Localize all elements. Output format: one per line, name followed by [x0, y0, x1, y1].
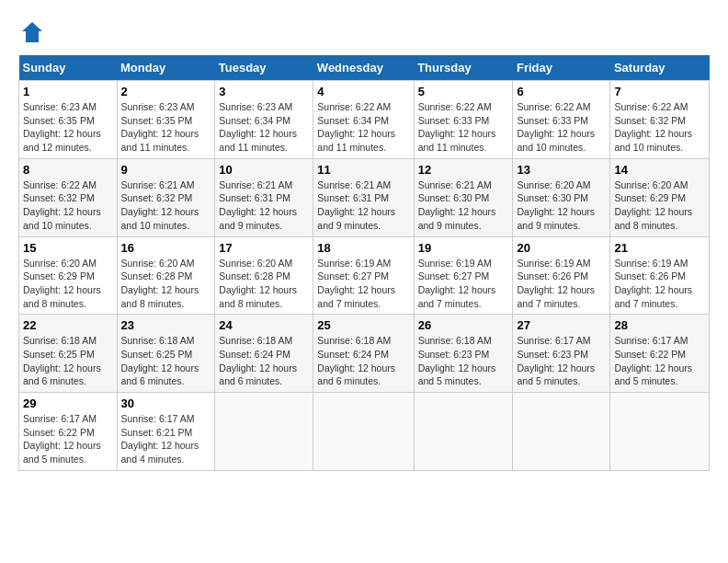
day-info: Sunrise: 6:21 AMSunset: 6:30 PMDaylight:…	[418, 179, 496, 231]
day-info: Sunrise: 6:20 AMSunset: 6:28 PMDaylight:…	[219, 258, 297, 309]
day-info: Sunrise: 6:18 AMSunset: 6:25 PMDaylight:…	[121, 335, 199, 386]
day-info: Sunrise: 6:21 AMSunset: 6:31 PMDaylight:…	[317, 179, 395, 231]
day-number: 3	[219, 85, 309, 98]
logo-icon	[18, 18, 46, 46]
day-number: 16	[121, 241, 211, 255]
day-info: Sunrise: 6:22 AMSunset: 6:33 PMDaylight:…	[517, 101, 595, 153]
calendar-week-3: 15 Sunrise: 6:20 AMSunset: 6:29 PMDaylig…	[19, 236, 710, 315]
calendar-cell: 22 Sunrise: 6:18 AMSunset: 6:25 PMDaylig…	[19, 315, 118, 393]
day-number: 27	[517, 318, 606, 332]
day-info: Sunrise: 6:18 AMSunset: 6:24 PMDaylight:…	[317, 335, 395, 386]
calendar-cell: 10 Sunrise: 6:21 AMSunset: 6:31 PMDaylig…	[215, 158, 313, 236]
calendar-cell: 29 Sunrise: 6:17 AMSunset: 6:22 PMDaylig…	[19, 393, 118, 471]
day-info: Sunrise: 6:22 AMSunset: 6:33 PMDaylight:…	[418, 101, 496, 153]
column-header-wednesday: Wednesday	[313, 55, 414, 81]
day-number: 29	[23, 396, 113, 410]
calendar-cell: 18 Sunrise: 6:19 AMSunset: 6:27 PMDaylig…	[313, 236, 414, 315]
calendar-cell: 20 Sunrise: 6:19 AMSunset: 6:26 PMDaylig…	[513, 236, 610, 315]
day-info: Sunrise: 6:18 AMSunset: 6:25 PMDaylight:…	[23, 335, 101, 386]
day-number: 11	[317, 163, 409, 177]
day-number: 18	[317, 241, 409, 255]
calendar-cell: 26 Sunrise: 6:18 AMSunset: 6:23 PMDaylig…	[414, 315, 513, 393]
day-info: Sunrise: 6:19 AMSunset: 6:26 PMDaylight:…	[614, 258, 692, 309]
calendar-cell: 16 Sunrise: 6:20 AMSunset: 6:28 PMDaylig…	[117, 236, 215, 315]
day-number: 28	[614, 318, 705, 332]
calendar-cell: 9 Sunrise: 6:21 AMSunset: 6:32 PMDayligh…	[117, 158, 215, 236]
calendar-cell: 27 Sunrise: 6:17 AMSunset: 6:23 PMDaylig…	[513, 315, 610, 393]
day-info: Sunrise: 6:20 AMSunset: 6:30 PMDaylight:…	[517, 179, 595, 231]
calendar-week-5: 29 Sunrise: 6:17 AMSunset: 6:22 PMDaylig…	[19, 393, 710, 471]
day-info: Sunrise: 6:20 AMSunset: 6:28 PMDaylight:…	[121, 258, 199, 309]
day-number: 19	[418, 241, 509, 255]
day-number: 6	[517, 85, 606, 98]
day-info: Sunrise: 6:20 AMSunset: 6:29 PMDaylight:…	[23, 258, 101, 309]
day-info: Sunrise: 6:22 AMSunset: 6:32 PMDaylight:…	[614, 101, 692, 153]
day-number: 21	[614, 241, 705, 255]
day-info: Sunrise: 6:19 AMSunset: 6:26 PMDaylight:…	[517, 258, 595, 309]
day-info: Sunrise: 6:22 AMSunset: 6:34 PMDaylight:…	[317, 101, 395, 153]
calendar-cell: 30 Sunrise: 6:17 AMSunset: 6:21 PMDaylig…	[117, 393, 215, 471]
svg-marker-0	[22, 22, 42, 42]
day-number: 7	[614, 85, 705, 98]
day-number: 10	[219, 163, 309, 177]
day-number: 26	[418, 318, 509, 332]
column-header-sunday: Sunday	[19, 55, 118, 81]
column-header-monday: Monday	[117, 55, 215, 81]
day-info: Sunrise: 6:22 AMSunset: 6:32 PMDaylight:…	[23, 179, 101, 231]
column-header-tuesday: Tuesday	[215, 55, 313, 81]
logo	[18, 18, 48, 46]
day-info: Sunrise: 6:17 AMSunset: 6:22 PMDaylight:…	[614, 335, 692, 386]
day-number: 15	[23, 241, 113, 255]
calendar-week-4: 22 Sunrise: 6:18 AMSunset: 6:25 PMDaylig…	[19, 315, 710, 393]
column-header-saturday: Saturday	[610, 55, 710, 81]
calendar-week-1: 1 Sunrise: 6:23 AMSunset: 6:35 PMDayligh…	[19, 81, 710, 159]
day-info: Sunrise: 6:17 AMSunset: 6:23 PMDaylight:…	[517, 335, 595, 386]
calendar-cell: 7 Sunrise: 6:22 AMSunset: 6:32 PMDayligh…	[610, 81, 710, 159]
day-number: 17	[219, 241, 309, 255]
calendar-cell	[513, 393, 610, 471]
day-info: Sunrise: 6:21 AMSunset: 6:31 PMDaylight:…	[219, 179, 297, 231]
calendar-cell: 28 Sunrise: 6:17 AMSunset: 6:22 PMDaylig…	[610, 315, 710, 393]
day-number: 5	[418, 85, 509, 98]
page-header	[18, 18, 710, 46]
day-info: Sunrise: 6:23 AMSunset: 6:35 PMDaylight:…	[23, 101, 101, 153]
calendar-cell: 5 Sunrise: 6:22 AMSunset: 6:33 PMDayligh…	[414, 81, 513, 159]
day-number: 20	[517, 241, 606, 255]
calendar-cell: 11 Sunrise: 6:21 AMSunset: 6:31 PMDaylig…	[313, 158, 414, 236]
calendar-cell: 24 Sunrise: 6:18 AMSunset: 6:24 PMDaylig…	[215, 315, 313, 393]
day-info: Sunrise: 6:23 AMSunset: 6:34 PMDaylight:…	[219, 101, 297, 153]
day-info: Sunrise: 6:19 AMSunset: 6:27 PMDaylight:…	[317, 258, 395, 309]
day-number: 23	[121, 318, 211, 332]
calendar-cell: 12 Sunrise: 6:21 AMSunset: 6:30 PMDaylig…	[414, 158, 513, 236]
calendar-cell: 2 Sunrise: 6:23 AMSunset: 6:35 PMDayligh…	[117, 81, 215, 159]
calendar-cell: 23 Sunrise: 6:18 AMSunset: 6:25 PMDaylig…	[117, 315, 215, 393]
calendar-week-2: 8 Sunrise: 6:22 AMSunset: 6:32 PMDayligh…	[19, 158, 710, 236]
day-number: 4	[317, 85, 409, 98]
calendar-cell: 3 Sunrise: 6:23 AMSunset: 6:34 PMDayligh…	[215, 81, 313, 159]
day-number: 12	[418, 163, 509, 177]
calendar-cell: 17 Sunrise: 6:20 AMSunset: 6:28 PMDaylig…	[215, 236, 313, 315]
day-number: 13	[517, 163, 606, 177]
day-info: Sunrise: 6:20 AMSunset: 6:29 PMDaylight:…	[614, 179, 692, 231]
day-number: 2	[121, 85, 211, 98]
calendar-cell: 1 Sunrise: 6:23 AMSunset: 6:35 PMDayligh…	[19, 81, 118, 159]
calendar-table: SundayMondayTuesdayWednesdayThursdayFrid…	[18, 55, 710, 471]
calendar-cell: 19 Sunrise: 6:19 AMSunset: 6:27 PMDaylig…	[414, 236, 513, 315]
calendar-header-row: SundayMondayTuesdayWednesdayThursdayFrid…	[19, 55, 710, 81]
day-info: Sunrise: 6:18 AMSunset: 6:23 PMDaylight:…	[418, 335, 496, 386]
day-number: 14	[614, 163, 705, 177]
calendar-cell	[313, 393, 414, 471]
day-info: Sunrise: 6:23 AMSunset: 6:35 PMDaylight:…	[121, 101, 199, 153]
calendar-cell: 13 Sunrise: 6:20 AMSunset: 6:30 PMDaylig…	[513, 158, 610, 236]
day-number: 8	[23, 163, 113, 177]
day-number: 1	[23, 85, 113, 98]
calendar-cell: 4 Sunrise: 6:22 AMSunset: 6:34 PMDayligh…	[313, 81, 414, 159]
calendar-cell	[215, 393, 313, 471]
day-info: Sunrise: 6:19 AMSunset: 6:27 PMDaylight:…	[418, 258, 496, 309]
day-info: Sunrise: 6:17 AMSunset: 6:22 PMDaylight:…	[23, 413, 101, 465]
day-number: 24	[219, 318, 309, 332]
day-info: Sunrise: 6:17 AMSunset: 6:21 PMDaylight:…	[121, 413, 199, 465]
day-number: 25	[317, 318, 409, 332]
calendar-cell: 8 Sunrise: 6:22 AMSunset: 6:32 PMDayligh…	[19, 158, 118, 236]
day-info: Sunrise: 6:21 AMSunset: 6:32 PMDaylight:…	[121, 179, 199, 231]
